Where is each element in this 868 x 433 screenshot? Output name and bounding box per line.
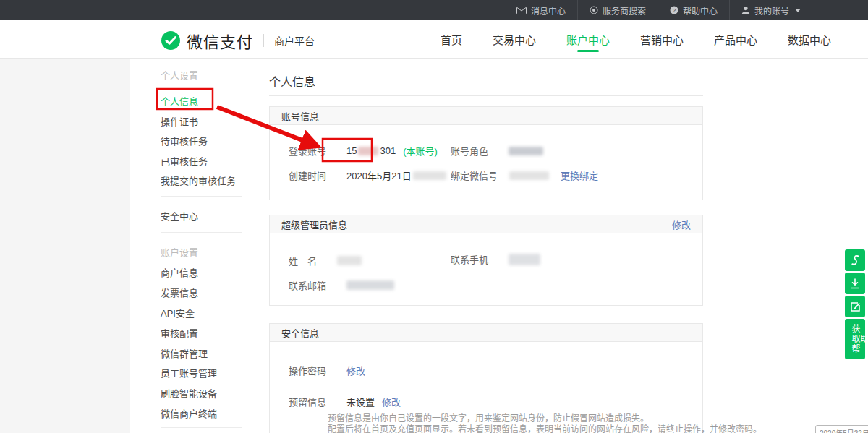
left-gutter <box>0 59 130 433</box>
account-info-card-header: 账号信息 <box>270 107 702 125</box>
login-account-row: 登录账号 15 301 (本账号) <box>289 144 438 158</box>
operation-password-label: 操作密码 <box>289 364 326 377</box>
admin-name-redacted <box>337 256 362 265</box>
account-role-label: 账号角色 <box>451 144 488 158</box>
nav-item-account-center[interactable]: 账户中心 <box>551 20 625 59</box>
reserved-info-value-wrap: 未设置 修改 <box>346 395 401 408</box>
sidebar-divider <box>161 196 242 197</box>
reserved-info-row: 预留信息 未设置 修改 <box>289 395 401 408</box>
security-info-card-body: 操作密码 修改 预留信息 未设置 修改 预留信息是由你自己设置的一段文字，用来鉴… <box>270 342 702 433</box>
reserved-info-desc-line2: 配置后将在首页及充值页面显示。若未看到预留信息，表明当前访问的网站存在风险，请终… <box>328 422 762 433</box>
download-button[interactable] <box>845 273 865 294</box>
login-number-redacted <box>358 147 378 155</box>
created-time-label: 创建时间 <box>289 168 326 182</box>
sidebar-item-review-config[interactable]: 审核配置 <box>161 326 198 340</box>
nav-item-trade-center[interactable]: 交易中心 <box>477 20 551 59</box>
main-nav: 首页 交易中心 账户中心 营销中心 产品中心 数据中心 <box>425 20 846 59</box>
brand-portal-label: 商户平台 <box>274 33 315 48</box>
nav-label: 交易中心 <box>493 32 536 47</box>
security-info-card-header: 安全信息 <box>270 324 702 342</box>
login-number-prefix: 15 <box>346 145 357 156</box>
search-icon <box>590 6 598 14</box>
wechat-pay-merchant-portal: 消息中心 服务商搜索 ? 帮助中心 我的账号 微信 <box>0 0 868 433</box>
created-time-row: 创建时间 2020年5月21日 <box>289 168 446 182</box>
sidebar-item-wechat-merchant-terminal[interactable]: 微信商户终端 <box>161 406 217 420</box>
topbar-item-help-center[interactable]: ? 帮助中心 <box>658 0 729 20</box>
sidebar-item-operation-certificate[interactable]: 操作证书 <box>161 114 198 128</box>
topbar-menu: 消息中心 服务商搜索 ? 帮助中心 我的账号 <box>505 0 812 20</box>
sidebar-header-personal-settings: 个人设置 <box>161 68 198 82</box>
reserved-info-status: 未设置 <box>346 395 375 408</box>
topbar-item-my-account[interactable]: 我的账号 <box>729 0 812 20</box>
reserved-info-edit-link[interactable]: 修改 <box>382 395 401 408</box>
super-admin-edit-link[interactable]: 修改 <box>672 218 691 231</box>
bound-wechat-label: 绑定微信号 <box>451 168 498 182</box>
sidebar-item-staff-account-management[interactable]: 员工账号管理 <box>161 366 217 380</box>
topbar-item-label: 帮助中心 <box>683 4 718 17</box>
admin-email-row: 联系邮箱 <box>289 278 394 292</box>
change-binding-link[interactable]: 更换绑定 <box>561 168 598 182</box>
bound-wechat-row: 绑定微信号 更换绑定 <box>451 168 598 182</box>
admin-phone-label: 联系手机 <box>451 252 488 266</box>
sidebar-item-wechat-group-management[interactable]: 微信群管理 <box>161 346 208 360</box>
user-icon <box>741 6 750 14</box>
header: 微信支付 商户平台 首页 交易中心 账户中心 营销中心 产品中心 数据中心 <box>0 20 868 59</box>
nav-label: 产品中心 <box>714 32 757 47</box>
main-content: 个人信息 账号信息 登录账号 15 301 (本账号) 账号角色 <box>269 59 703 433</box>
operation-password-edit-link[interactable]: 修改 <box>346 364 365 377</box>
nav-label: 账户中心 <box>566 32 610 47</box>
login-account-value: 15 301 <box>346 145 396 156</box>
feedback-button[interactable] <box>845 296 865 317</box>
nav-label: 首页 <box>441 32 462 47</box>
brand-separator <box>263 34 264 47</box>
nav-item-data-center[interactable]: 数据中心 <box>773 20 846 59</box>
download-icon <box>850 278 860 289</box>
topbar-item-service-search[interactable]: 服务商搜索 <box>577 0 658 20</box>
chevron-down-icon <box>795 9 801 12</box>
help-icon: ? <box>670 6 678 14</box>
topbar-item-messages[interactable]: 消息中心 <box>505 0 577 20</box>
login-account-label: 登录账号 <box>289 144 326 158</box>
admin-email-label: 联系邮箱 <box>289 278 326 292</box>
topbar-item-label: 消息中心 <box>531 4 566 17</box>
nav-item-home[interactable]: 首页 <box>425 20 477 59</box>
topbar: 消息中心 服务商搜索 ? 帮助中心 我的账号 <box>0 0 868 20</box>
security-info-card: 安全信息 操作密码 修改 预留信息 未设置 修改 预留信息是由你自己设置的一段文… <box>269 323 703 433</box>
sidebar-item-reviewed-tasks[interactable]: 已审核任务 <box>161 154 208 168</box>
reserved-info-label: 预留信息 <box>289 395 326 408</box>
admin-email-redacted <box>346 280 394 290</box>
title-divider <box>269 95 703 96</box>
get-help-button[interactable]: 获取帮助 <box>845 319 865 359</box>
super-admin-card: 超级管理员信息 修改 姓 名 联系手机 联系邮箱 <box>269 215 703 306</box>
topbar-item-label: 服务商搜索 <box>603 4 646 17</box>
sidebar-item-security-center[interactable]: 安全中心 <box>161 209 198 223</box>
svg-text:?: ? <box>673 7 676 14</box>
active-nav-underline <box>577 50 599 52</box>
wechat-pay-logo-icon <box>161 30 181 51</box>
account-info-card-title: 账号信息 <box>281 109 319 123</box>
customer-service-button[interactable] <box>845 249 865 271</box>
sidebar-item-personal-info[interactable]: 个人信息 <box>161 94 198 108</box>
created-time-value: 2020年5月21日 <box>346 168 446 182</box>
sidebar-item-merchant-info[interactable]: 商户信息 <box>161 265 198 279</box>
sidebar-item-invoice-info[interactable]: 发票信息 <box>161 286 198 299</box>
sidebar-item-my-submitted-review-tasks[interactable]: 我提交的审核任务 <box>161 173 236 187</box>
current-account-note: (本账号) <box>403 144 438 158</box>
topbar-item-label: 我的账号 <box>754 4 789 17</box>
feedback-icon <box>850 301 861 312</box>
sidebar-item-api-security[interactable]: API安全 <box>161 306 195 320</box>
account-info-card: 账号信息 登录账号 15 301 (本账号) 账号角色 创建时 <box>269 106 703 200</box>
security-info-card-title: 安全信息 <box>281 326 319 340</box>
nav-item-marketing-center[interactable]: 营销中心 <box>625 20 699 59</box>
brand-name: 微信支付 <box>187 29 253 52</box>
super-admin-card-title: 超级管理员信息 <box>281 218 347 231</box>
created-date-text: 2020年5月21日 <box>346 168 412 182</box>
admin-phone-row: 联系手机 <box>451 252 540 266</box>
admin-phone-redacted <box>509 254 540 265</box>
sidebar-item-pending-review-tasks[interactable]: 待审核任务 <box>161 134 208 147</box>
sidebar-item-face-pay-devices[interactable]: 刷脸智能设备 <box>161 386 217 400</box>
nav-item-product-center[interactable]: 产品中心 <box>699 20 773 59</box>
account-info-card-body: 登录账号 15 301 (本账号) 账号角色 创建时间 2020年5月21日 <box>270 125 702 200</box>
customer-service-icon <box>850 254 860 266</box>
brand: 微信支付 商户平台 <box>161 29 315 52</box>
